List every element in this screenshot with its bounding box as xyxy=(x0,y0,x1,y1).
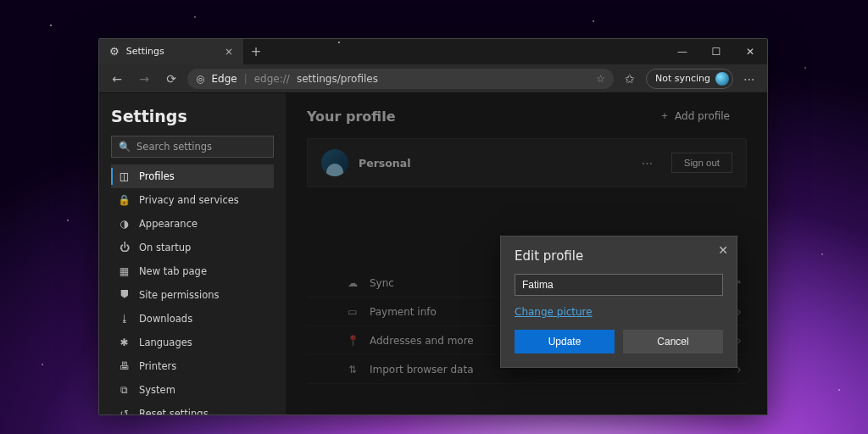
window-controls: — ☐ ✕ xyxy=(665,39,767,64)
main-panel: Your profile ＋ Add profile Personal ⋯ Si… xyxy=(286,93,767,415)
sidebar-item-icon: ⭳ xyxy=(118,313,131,325)
favorites-icon[interactable]: ✩ xyxy=(619,68,641,90)
sidebar-item-icon: ⧉ xyxy=(118,384,131,396)
gear-icon: ⚙ xyxy=(109,45,120,58)
sidebar-item-profiles[interactable]: ◫Profiles xyxy=(111,164,274,188)
dialog-title: Edit profile xyxy=(515,248,723,264)
sidebar-item-label: Site permissions xyxy=(139,289,220,301)
sidebar-item-icon: ✱ xyxy=(118,337,131,348)
tab-close-icon[interactable]: × xyxy=(225,46,233,58)
sync-status-pill[interactable]: Not syncing xyxy=(646,69,733,89)
address-bar: ← → ⟳ ◎ Edge | edge://settings/profiles … xyxy=(99,64,767,93)
browser-window: ⚙ Settings × + — ☐ ✕ ← → ⟳ ◎ Edge | edge… xyxy=(98,38,768,415)
address-field[interactable]: ◎ Edge | edge://settings/profiles ☆ xyxy=(187,69,614,89)
sidebar-item-icon: 🖶 xyxy=(118,360,131,372)
sidebar-item-new-tab-page[interactable]: ▦New tab page xyxy=(111,259,274,283)
sidebar-item-printers[interactable]: 🖶Printers xyxy=(111,354,274,378)
minimize-button[interactable]: — xyxy=(665,39,699,64)
maximize-button[interactable]: ☐ xyxy=(699,39,733,64)
sidebar-item-label: Languages xyxy=(139,337,192,348)
content-area: Settings 🔍 Search settings ◫Profiles🔒Pri… xyxy=(99,93,767,415)
refresh-button[interactable]: ⟳ xyxy=(160,68,182,90)
sidebar-item-site-permissions[interactable]: ⛊Site permissions xyxy=(111,283,274,307)
sidebar-item-appearance[interactable]: ◑Appearance xyxy=(111,212,274,236)
titlebar: ⚙ Settings × + — ☐ ✕ xyxy=(99,39,767,64)
sidebar-item-icon: ▦ xyxy=(118,265,131,277)
sidebar-item-label: On startup xyxy=(139,242,191,253)
separator: | xyxy=(244,73,248,85)
sidebar-item-label: Profiles xyxy=(139,170,175,182)
edge-logo-icon: ◎ xyxy=(196,73,204,85)
tab-title: Settings xyxy=(126,46,164,57)
back-button[interactable]: ← xyxy=(106,68,128,90)
sidebar-item-label: System xyxy=(139,384,175,396)
sync-label: Not syncing xyxy=(655,73,710,84)
cancel-button[interactable]: Cancel xyxy=(623,330,723,353)
url-path: settings/profiles xyxy=(297,73,378,85)
profile-avatar-icon xyxy=(715,72,729,86)
tab-settings[interactable]: ⚙ Settings × xyxy=(99,39,243,64)
sidebar-item-on-startup[interactable]: ⏻On startup xyxy=(111,236,274,259)
sidebar-item-icon: ◫ xyxy=(118,170,131,182)
favorite-star-icon[interactable]: ☆ xyxy=(596,73,605,85)
update-button[interactable]: Update xyxy=(515,330,615,353)
settings-sidebar: Settings 🔍 Search settings ◫Profiles🔒Pri… xyxy=(99,93,286,415)
edit-profile-dialog: ✕ Edit profile Change picture Update Can… xyxy=(500,236,737,368)
sidebar-item-icon: ⏻ xyxy=(118,242,131,253)
sidebar-nav: ◫Profiles🔒Privacy and services◑Appearanc… xyxy=(111,164,274,415)
search-input[interactable]: 🔍 Search settings xyxy=(111,136,274,158)
sidebar-item-languages[interactable]: ✱Languages xyxy=(111,331,274,354)
sidebar-item-label: Printers xyxy=(139,360,176,372)
forward-button[interactable]: → xyxy=(133,68,155,90)
new-tab-button[interactable]: + xyxy=(243,39,269,64)
sidebar-item-icon: ◑ xyxy=(118,218,131,230)
sidebar-item-reset-settings[interactable]: ↺Reset settings xyxy=(111,402,274,415)
search-placeholder: Search settings xyxy=(136,141,212,153)
sidebar-title: Settings xyxy=(111,107,274,125)
close-button[interactable]: ✕ xyxy=(733,39,767,64)
sidebar-item-downloads[interactable]: ⭳Downloads xyxy=(111,307,274,331)
change-picture-link[interactable]: Change picture xyxy=(515,306,593,318)
sidebar-item-label: Privacy and services xyxy=(139,194,239,206)
dialog-close-icon[interactable]: ✕ xyxy=(718,243,728,257)
brand-label: Edge xyxy=(211,73,236,85)
url-scheme: edge:// xyxy=(254,73,290,85)
app-menu-button[interactable]: ⋯ xyxy=(738,68,760,90)
sidebar-item-label: Appearance xyxy=(139,218,198,230)
sidebar-item-icon: ⛊ xyxy=(118,289,131,301)
sidebar-item-system[interactable]: ⧉System xyxy=(111,378,274,402)
sidebar-item-privacy-and-services[interactable]: 🔒Privacy and services xyxy=(111,188,274,212)
profile-name-input[interactable] xyxy=(515,274,723,296)
sidebar-item-icon: ↺ xyxy=(118,408,131,415)
search-icon: 🔍 xyxy=(119,141,131,153)
sidebar-item-label: Downloads xyxy=(139,313,192,325)
sidebar-item-icon: 🔒 xyxy=(118,194,131,206)
sidebar-item-label: New tab page xyxy=(139,265,207,277)
sidebar-item-label: Reset settings xyxy=(139,408,209,415)
